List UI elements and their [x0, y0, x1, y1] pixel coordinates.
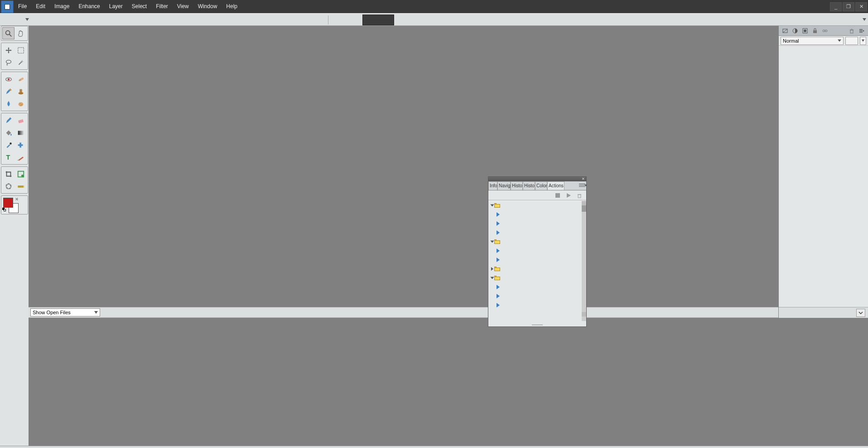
tab-history[interactable]: Histo: [523, 181, 535, 190]
tool-group-select: [1, 43, 28, 70]
minimize-button[interactable]: _: [830, 2, 842, 11]
crop-tool[interactable]: [2, 168, 14, 180]
tool-preset-dropdown[interactable]: [2, 15, 31, 24]
disclosure-triangle-icon[interactable]: [491, 267, 493, 271]
resize-grip[interactable]: [530, 324, 545, 326]
action-row[interactable]: [488, 301, 586, 310]
app-icon[interactable]: [1, 0, 14, 13]
gradient-tool[interactable]: [14, 127, 27, 139]
tab-navigator[interactable]: Navig: [497, 181, 511, 190]
lock-icon[interactable]: [810, 27, 820, 34]
scrollbar[interactable]: [582, 201, 586, 321]
menu-view[interactable]: View: [173, 0, 193, 13]
blur-tool[interactable]: [2, 97, 14, 110]
action-folder-row[interactable]: [488, 264, 586, 273]
maximize-button[interactable]: ❐: [843, 2, 854, 11]
lasso-tool[interactable]: [2, 56, 14, 68]
close-icon[interactable]: ✕: [581, 177, 585, 181]
menu-help[interactable]: Help: [222, 0, 242, 13]
action-play-icon: [497, 221, 500, 226]
actions-tree[interactable]: [488, 200, 586, 321]
menu-file[interactable]: File: [14, 0, 31, 13]
type-tool[interactable]: T: [2, 151, 14, 163]
paint-bucket-tool[interactable]: [2, 127, 14, 139]
brush-tool[interactable]: [2, 85, 14, 97]
trash-icon[interactable]: [576, 192, 583, 199]
opacity-field[interactable]: [845, 37, 858, 45]
menu-enhance[interactable]: Enhance: [74, 0, 104, 13]
action-row[interactable]: [488, 255, 586, 264]
zoom-tool[interactable]: [2, 27, 14, 39]
action-folder-row[interactable]: [488, 237, 586, 246]
options-menu-dropdown[interactable]: [863, 18, 866, 21]
action-row[interactable]: [488, 210, 586, 219]
trash-icon[interactable]: [847, 27, 856, 34]
svg-point-29: [5, 184, 7, 186]
chevron-down-icon[interactable]: [856, 309, 865, 317]
menu-select[interactable]: Select: [127, 0, 151, 13]
link-icon[interactable]: [820, 27, 829, 34]
pencil-tool[interactable]: [2, 114, 14, 127]
opacity-dropdown[interactable]: [860, 37, 866, 45]
eyedropper-tool[interactable]: [2, 139, 14, 151]
blend-mode-select[interactable]: Normal: [781, 37, 844, 45]
disclosure-triangle-icon[interactable]: [491, 241, 494, 243]
svg-point-38: [804, 29, 806, 32]
pencil-draw-tool[interactable]: [14, 151, 27, 163]
new-mask-icon[interactable]: [800, 27, 810, 34]
action-row[interactable]: [488, 246, 586, 255]
swap-colors-icon[interactable]: ⤭: [15, 197, 19, 201]
menu-filter[interactable]: Filter: [151, 0, 173, 13]
eraser-tool[interactable]: [14, 114, 27, 127]
actions-panel-titlebar[interactable]: ✕: [488, 177, 586, 181]
menu-edit[interactable]: Edit: [31, 0, 50, 13]
action-row[interactable]: [488, 282, 586, 292]
window-controls: _ ❐ ✕: [830, 2, 868, 11]
disclosure-triangle-icon[interactable]: [491, 205, 494, 207]
action-folder-row[interactable]: [488, 201, 586, 210]
scroll-thumb[interactable]: [582, 205, 586, 212]
foreground-color-swatch[interactable]: [3, 198, 13, 208]
action-row[interactable]: [488, 292, 586, 301]
red-eye-tool[interactable]: [2, 73, 14, 85]
menu-layer[interactable]: Layer: [105, 0, 127, 13]
new-layer-icon[interactable]: [781, 27, 790, 34]
action-folder-row[interactable]: [488, 273, 586, 282]
straighten-tool[interactable]: [14, 180, 27, 192]
hand-tool[interactable]: [14, 27, 27, 39]
sponge-tool[interactable]: [14, 97, 27, 110]
new-adjustment-icon[interactable]: [791, 27, 800, 34]
tab-color[interactable]: Color: [535, 181, 547, 190]
recompose-tool[interactable]: [14, 168, 27, 180]
tool-group-retouch: [1, 72, 28, 111]
magic-wand-tool[interactable]: [14, 56, 27, 68]
panel-menu-icon[interactable]: [857, 27, 866, 34]
cookie-cutter-tool[interactable]: [2, 180, 14, 192]
tab-histogram[interactable]: Histo: [511, 181, 523, 190]
scroll-up-icon[interactable]: [582, 201, 586, 205]
open-files-select[interactable]: Show Open Files: [30, 308, 100, 317]
default-colors-icon[interactable]: [2, 208, 6, 212]
marquee-tool[interactable]: [14, 44, 27, 56]
tab-info[interactable]: Info: [488, 181, 497, 190]
options-separator: [328, 15, 328, 24]
play-icon[interactable]: [565, 192, 572, 199]
action-row[interactable]: [488, 228, 586, 237]
menu-bar: File Edit Image Enhance Layer Select Fil…: [0, 0, 868, 13]
options-dark-field[interactable]: [362, 15, 394, 25]
menu-image[interactable]: Image: [50, 0, 74, 13]
move-tool[interactable]: [2, 44, 14, 56]
close-button[interactable]: ✕: [855, 2, 867, 11]
actions-panel[interactable]: ✕ Info Navig Histo Histo Color Actions: [488, 176, 587, 327]
panel-menu-icon[interactable]: [579, 183, 585, 188]
healing-brush-tool[interactable]: [14, 73, 27, 85]
disclosure-triangle-icon[interactable]: [491, 277, 494, 279]
clone-stamp-tool[interactable]: [14, 85, 27, 97]
menu-window[interactable]: Window: [193, 0, 222, 13]
scroll-down-icon[interactable]: [582, 312, 586, 317]
tab-actions[interactable]: Actions: [547, 181, 564, 190]
menu-items: File Edit Image Enhance Layer Select Fil…: [14, 0, 242, 13]
action-row[interactable]: [488, 219, 586, 228]
shape-tool[interactable]: [14, 139, 27, 151]
stop-icon[interactable]: [555, 192, 561, 199]
